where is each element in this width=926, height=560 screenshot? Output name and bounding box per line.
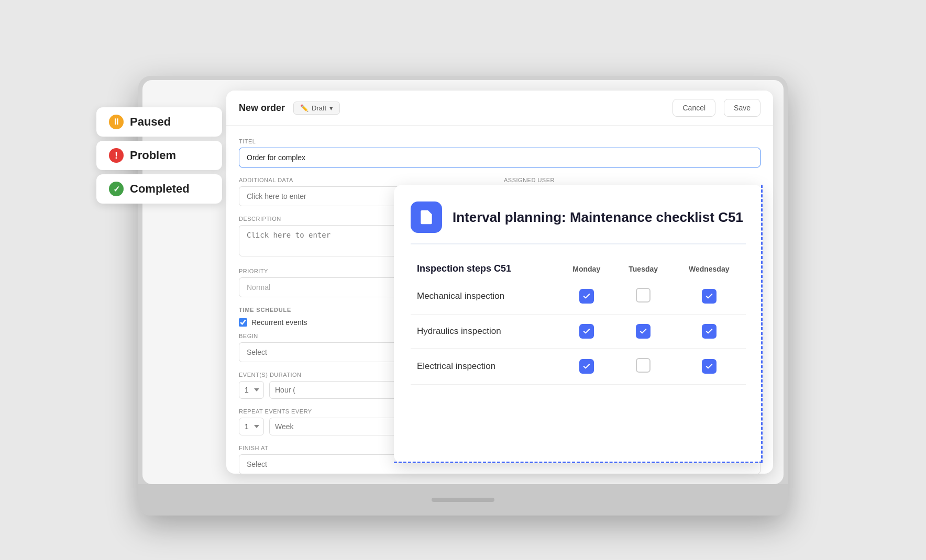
checklist-table: Inspection steps C51 Monday Tuesday Wedn… xyxy=(411,259,746,385)
paused-label: Paused xyxy=(130,115,171,129)
status-pill-completed[interactable]: ✓ Completed xyxy=(96,174,222,204)
table-row: Electrical inspection xyxy=(411,349,746,385)
mechanical-tuesday-checkbox[interactable] xyxy=(636,288,651,303)
electrical-wednesday-checkbox[interactable] xyxy=(702,359,716,374)
draft-badge[interactable]: ✏️ Draft ▾ xyxy=(293,102,340,115)
hydraulics-tuesday-checkbox[interactable] xyxy=(636,324,651,339)
hydraulics-wednesday-checkbox[interactable] xyxy=(702,324,716,339)
col-tuesday: Tuesday xyxy=(614,259,672,278)
col-wednesday: Wednesday xyxy=(672,259,746,278)
electrical-monday-checkbox[interactable] xyxy=(579,359,594,374)
additional-data-label: Additional data xyxy=(239,177,495,183)
status-pill-problem[interactable]: ! Problem xyxy=(96,141,222,170)
save-button[interactable]: Save xyxy=(724,99,760,117)
dashed-border-right xyxy=(761,185,763,463)
table-row: Hydraulics inspection xyxy=(411,315,746,349)
col-monday: Monday xyxy=(559,259,614,278)
document-icon xyxy=(418,209,435,226)
draft-label: Draft xyxy=(312,104,326,112)
checklist-icon-box xyxy=(411,201,442,233)
checklist-header: Interval planning: Maintenance checklist… xyxy=(411,201,746,244)
page-title: New order xyxy=(239,103,285,114)
checklist-title: Interval planning: Maintenance checklist… xyxy=(453,209,743,226)
dashed-border-bottom xyxy=(394,462,763,463)
recurrent-events-label[interactable]: Recurrent events xyxy=(251,318,307,327)
mechanical-wednesday-checkbox[interactable] xyxy=(702,289,716,304)
inspection-steps-header: Inspection steps C51 xyxy=(411,259,559,278)
assigned-user-label: Assigned user xyxy=(504,177,760,183)
electrical-tuesday-checkbox[interactable] xyxy=(636,358,651,373)
mechanical-monday-checkbox[interactable] xyxy=(579,289,594,304)
status-pills: ⏸ Paused ! Problem ✓ Completed xyxy=(96,107,222,204)
cancel-button[interactable]: Cancel xyxy=(673,99,715,117)
problem-icon: ! xyxy=(109,148,124,163)
form-header: New order ✏️ Draft ▾ Cancel Save xyxy=(226,91,773,126)
completed-icon: ✓ xyxy=(109,182,124,196)
recurrent-events-checkbox[interactable] xyxy=(239,318,247,327)
hydraulics-monday-checkbox[interactable] xyxy=(579,324,594,339)
table-row: Mechanical inspection xyxy=(411,278,746,315)
repeat-value-select[interactable]: 1 xyxy=(239,418,264,435)
duration-value-select[interactable]: 1 xyxy=(239,381,264,399)
completed-label: Completed xyxy=(130,182,190,196)
title-label: Titel xyxy=(239,138,760,144)
problem-label: Problem xyxy=(130,149,176,162)
chevron-down-icon: ▾ xyxy=(329,104,333,112)
status-pill-paused[interactable]: ⏸ Paused xyxy=(96,107,222,137)
laptop-notch xyxy=(432,498,494,502)
row-electrical: Electrical inspection xyxy=(411,349,559,385)
edit-icon: ✏️ xyxy=(300,104,308,112)
title-input[interactable] xyxy=(239,148,760,167)
row-mechanical: Mechanical inspection xyxy=(411,278,559,315)
row-hydraulics: Hydraulics inspection xyxy=(411,315,559,349)
checklist-panel: Interval planning: Maintenance checklist… xyxy=(394,185,763,463)
paused-icon: ⏸ xyxy=(109,115,124,129)
